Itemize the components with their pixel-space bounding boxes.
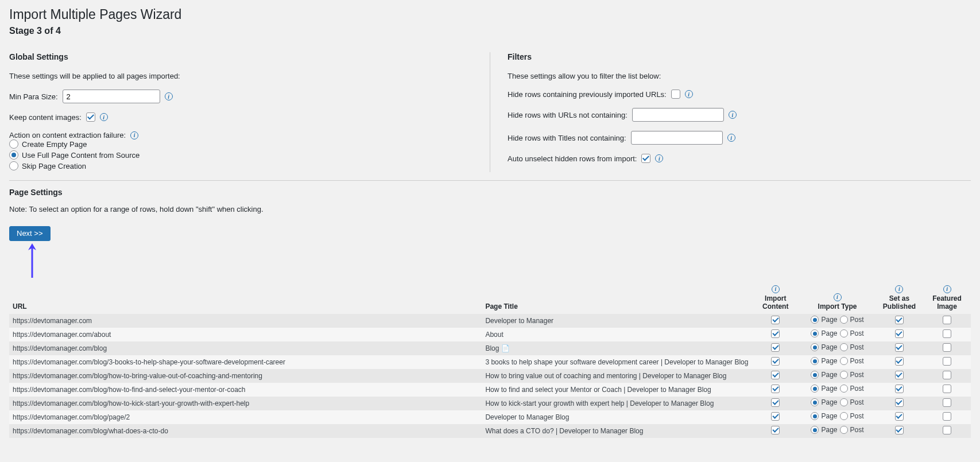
- min-para-input[interactable]: [63, 90, 160, 103]
- type-page-label: Page: [821, 343, 837, 351]
- type-post-radio[interactable]: [840, 357, 848, 365]
- type-post-radio[interactable]: [840, 329, 848, 337]
- type-post-radio[interactable]: [840, 412, 848, 420]
- next-button[interactable]: Next >>: [9, 226, 51, 241]
- action-full-label[interactable]: Use Full Page Content from Source: [22, 151, 140, 160]
- import-checkbox[interactable]: [771, 357, 780, 366]
- type-page-radio[interactable]: [811, 426, 819, 434]
- cell-url: https://devtomanager.com: [9, 314, 482, 328]
- type-post-radio[interactable]: [840, 398, 848, 406]
- stage-label: Stage 3 of 4: [9, 26, 971, 36]
- featured-checkbox[interactable]: [943, 329, 951, 338]
- global-settings-heading: Global Settings: [9, 52, 472, 61]
- table-row: https://devtomanager.com/blog/what-does-…: [9, 424, 971, 438]
- featured-checkbox[interactable]: [943, 385, 951, 393]
- cell-url: https://devtomanager.com/blog: [9, 341, 482, 355]
- import-checkbox[interactable]: [771, 398, 780, 407]
- cell-url: https://devtomanager.com/blog/how-to-kic…: [9, 397, 482, 410]
- published-checkbox[interactable]: [895, 412, 904, 421]
- info-icon[interactable]: i: [685, 90, 693, 98]
- info-icon[interactable]: i: [130, 131, 138, 139]
- type-page-label: Page: [821, 412, 837, 420]
- action-failure-label: Action on content extraction failure:: [9, 131, 126, 139]
- action-full-radio[interactable]: [9, 150, 18, 160]
- table-row: https://devtomanager.com/blog/3-books-to…: [9, 355, 971, 369]
- import-checkbox[interactable]: [771, 412, 780, 421]
- cell-url: https://devtomanager.com/blog/page/2: [9, 410, 482, 424]
- type-page-radio[interactable]: [811, 357, 819, 365]
- published-checkbox[interactable]: [895, 316, 904, 324]
- info-icon[interactable]: i: [943, 285, 951, 293]
- info-icon[interactable]: i: [729, 111, 737, 119]
- hide-urls-input[interactable]: [632, 108, 724, 122]
- featured-checkbox[interactable]: [943, 412, 951, 421]
- import-checkbox[interactable]: [771, 316, 780, 324]
- type-post-radio[interactable]: [840, 385, 848, 393]
- info-icon[interactable]: i: [772, 285, 780, 293]
- published-checkbox[interactable]: [895, 398, 904, 407]
- featured-checkbox[interactable]: [943, 398, 951, 407]
- th-published[interactable]: iSet as Published: [876, 282, 923, 314]
- import-checkbox[interactable]: [771, 371, 780, 379]
- info-icon[interactable]: i: [165, 92, 173, 100]
- type-post-radio[interactable]: [840, 371, 848, 379]
- type-page-radio[interactable]: [811, 371, 819, 379]
- published-checkbox[interactable]: [895, 343, 904, 352]
- type-page-label: Page: [821, 398, 837, 406]
- cell-url: https://devtomanager.com/blog/what-does-…: [9, 424, 482, 438]
- hide-titles-input[interactable]: [631, 131, 723, 145]
- type-post-label: Post: [850, 385, 864, 393]
- cell-url: https://devtomanager.com/blog/3-books-to…: [9, 355, 482, 369]
- hide-prev-checkbox[interactable]: [671, 90, 680, 99]
- th-published-label: Set as Published: [883, 294, 916, 310]
- action-skip-label[interactable]: Skip Page Creation: [22, 162, 86, 170]
- filters-desc: These settings allow you to filter the l…: [508, 72, 971, 80]
- type-post-radio[interactable]: [840, 343, 848, 351]
- th-import[interactable]: iImport Content: [752, 282, 799, 314]
- auto-unselect-row: Auto unselect hidden rows from import: i: [508, 154, 971, 163]
- featured-checkbox[interactable]: [943, 343, 951, 352]
- featured-checkbox[interactable]: [943, 316, 951, 324]
- th-featured[interactable]: iFeatured Image: [923, 282, 971, 314]
- th-type[interactable]: iImport Type: [799, 282, 876, 314]
- featured-checkbox[interactable]: [943, 371, 951, 379]
- page-title: Import Multiple Pages Wizard: [9, 7, 971, 22]
- type-page-label: Page: [821, 316, 837, 324]
- info-icon[interactable]: i: [727, 134, 735, 142]
- info-icon[interactable]: i: [895, 285, 903, 293]
- type-page-radio[interactable]: [811, 412, 819, 420]
- type-page-radio[interactable]: [811, 329, 819, 337]
- published-checkbox[interactable]: [895, 385, 904, 393]
- import-checkbox[interactable]: [771, 343, 780, 352]
- info-icon[interactable]: i: [100, 113, 108, 121]
- published-checkbox[interactable]: [895, 357, 904, 366]
- min-para-label: Min Para Size:: [9, 92, 58, 101]
- hide-urls-label: Hide rows with URLs not containing:: [508, 111, 627, 119]
- action-empty-label[interactable]: Create Empty Page: [22, 140, 87, 149]
- import-checkbox[interactable]: [771, 385, 780, 393]
- cell-title: About: [482, 328, 752, 341]
- featured-checkbox[interactable]: [943, 357, 951, 366]
- type-page-radio[interactable]: [811, 398, 819, 406]
- import-checkbox[interactable]: [771, 329, 780, 338]
- table-row: https://devtomanager.com/blog/how-to-fin…: [9, 383, 971, 397]
- published-checkbox[interactable]: [895, 371, 904, 379]
- published-checkbox[interactable]: [895, 329, 904, 338]
- import-checkbox[interactable]: [771, 426, 780, 434]
- type-post-radio[interactable]: [840, 316, 848, 324]
- type-page-radio[interactable]: [811, 343, 819, 351]
- th-url[interactable]: URL: [9, 282, 482, 314]
- type-page-radio[interactable]: [811, 316, 819, 324]
- action-empty-radio[interactable]: [9, 139, 18, 149]
- type-page-radio[interactable]: [811, 385, 819, 393]
- action-skip-radio[interactable]: [9, 161, 18, 170]
- type-post-radio[interactable]: [840, 426, 848, 434]
- auto-unselect-checkbox[interactable]: [641, 154, 650, 163]
- th-title[interactable]: Page Title: [482, 282, 752, 314]
- min-para-row: Min Para Size: i: [9, 90, 472, 103]
- info-icon[interactable]: i: [655, 154, 663, 162]
- published-checkbox[interactable]: [895, 426, 904, 434]
- keep-images-checkbox[interactable]: [86, 112, 95, 122]
- featured-checkbox[interactable]: [943, 426, 951, 434]
- info-icon[interactable]: i: [834, 293, 842, 301]
